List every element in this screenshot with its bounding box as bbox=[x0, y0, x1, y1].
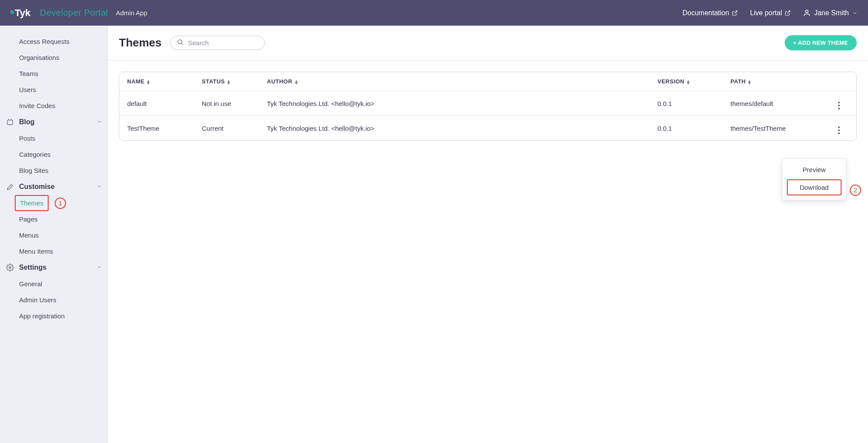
cell-status: Not in use bbox=[194, 91, 259, 116]
cell-path: themes/default bbox=[723, 91, 830, 116]
sidebar-group-settings-label: Settings bbox=[19, 264, 46, 271]
admin-app-label: Admin App bbox=[116, 9, 148, 17]
live-portal-link[interactable]: Live portal bbox=[750, 9, 791, 17]
sidebar-group-customise-label: Customise bbox=[19, 183, 55, 191]
user-name: Jane Smith bbox=[814, 9, 849, 17]
user-menu[interactable]: Jane Smith bbox=[803, 9, 858, 17]
svg-rect-5 bbox=[7, 120, 13, 125]
cell-author: Tyk Technologies Ltd. <hello@tyk.io> bbox=[259, 116, 650, 140]
sidebar-item-menus[interactable]: Menus bbox=[0, 227, 107, 243]
sidebar-group-settings[interactable]: Settings bbox=[0, 259, 107, 276]
menu-item-download[interactable]: Download bbox=[787, 179, 842, 195]
page-toolbar: Themes + ADD NEW THEME bbox=[108, 26, 868, 60]
col-header-status[interactable]: STATUS▴▾ bbox=[194, 72, 259, 91]
top-header: Tyk Developer Portal Admin App Documenta… bbox=[0, 0, 868, 26]
col-header-version[interactable]: VERSION▴▾ bbox=[650, 72, 723, 91]
sidebar-item-categories[interactable]: Categories bbox=[0, 146, 107, 162]
cell-path: themes/TestTheme bbox=[723, 116, 830, 140]
svg-line-3 bbox=[787, 10, 790, 13]
svg-point-4 bbox=[806, 10, 808, 13]
sidebar-item-posts[interactable]: Posts bbox=[0, 130, 107, 146]
sidebar-item-teams[interactable]: Teams bbox=[0, 66, 107, 82]
svg-line-8 bbox=[181, 43, 183, 45]
svg-point-6 bbox=[9, 267, 11, 269]
sidebar-item-admin-users[interactable]: Admin Users bbox=[0, 292, 107, 308]
col-header-name[interactable]: NAME▴▾ bbox=[119, 72, 194, 91]
documentation-link-label: Documentation bbox=[683, 9, 730, 17]
cell-version: 0.0.1 bbox=[650, 116, 723, 140]
live-portal-link-label: Live portal bbox=[750, 9, 782, 17]
themes-table-wrap: NAME▴▾ STATUS▴▾ AUTHOR▴▾ VERSION▴▾ PATH▴… bbox=[108, 60, 868, 152]
search-icon bbox=[177, 39, 184, 47]
page-title: Themes bbox=[119, 36, 161, 50]
menu-item-preview[interactable]: Preview bbox=[783, 162, 846, 178]
chevron-down-icon bbox=[97, 264, 102, 271]
cell-name: TestTheme bbox=[119, 116, 194, 140]
search-field[interactable] bbox=[170, 36, 265, 50]
annotation-circle-2: 2 bbox=[850, 185, 861, 196]
sidebar-item-blog-sites[interactable]: Blog Sites bbox=[0, 162, 107, 179]
col-header-author-label: AUTHOR bbox=[267, 78, 293, 85]
chevron-down-icon bbox=[97, 183, 102, 191]
brand-suffix: Developer Portal bbox=[40, 8, 108, 18]
svg-line-2 bbox=[734, 10, 737, 13]
sidebar-group-blog[interactable]: Blog bbox=[0, 114, 107, 130]
user-icon bbox=[803, 9, 811, 17]
gear-icon bbox=[5, 264, 15, 271]
chevron-down-icon bbox=[97, 118, 102, 126]
sidebar-item-themes[interactable]: Themes bbox=[15, 195, 49, 211]
sidebar-item-menu-items[interactable]: Menu Items bbox=[0, 243, 107, 259]
header-right: Documentation Live portal Jane Smith bbox=[683, 9, 858, 17]
table-row: default Not in use Tyk Technologies Ltd.… bbox=[119, 91, 856, 116]
brand-logo[interactable]: Tyk Developer Portal bbox=[10, 7, 108, 19]
sidebar-item-access-requests[interactable]: Access Requests bbox=[0, 33, 107, 50]
search-input[interactable] bbox=[188, 39, 258, 46]
svg-point-7 bbox=[178, 40, 182, 44]
sidebar-item-users[interactable]: Users bbox=[0, 82, 107, 98]
documentation-link[interactable]: Documentation bbox=[683, 9, 738, 17]
sort-icon: ▴▾ bbox=[227, 80, 230, 84]
row-actions-button[interactable] bbox=[838, 126, 840, 134]
external-link-icon bbox=[732, 10, 738, 16]
annotation-circle-1: 1 bbox=[55, 198, 66, 209]
col-header-name-label: NAME bbox=[127, 78, 145, 85]
col-header-author[interactable]: AUTHOR▴▾ bbox=[259, 72, 650, 91]
col-header-actions bbox=[830, 72, 856, 91]
add-new-theme-button[interactable]: + ADD NEW THEME bbox=[785, 35, 857, 50]
sidebar-item-pages[interactable]: Pages bbox=[0, 211, 107, 227]
col-header-path-label: PATH bbox=[730, 78, 746, 85]
row-actions-button[interactable] bbox=[838, 102, 840, 109]
logo-mark-icon: Tyk bbox=[10, 7, 36, 19]
svg-rect-0 bbox=[10, 10, 14, 14]
table-row: TestTheme Current Tyk Technologies Ltd. … bbox=[119, 116, 856, 140]
col-header-path[interactable]: PATH▴▾ bbox=[723, 72, 830, 91]
cell-name: default bbox=[119, 91, 194, 116]
chevron-down-icon bbox=[852, 10, 858, 16]
main-content: Themes + ADD NEW THEME NAME▴▾ STATUS▴▾ A… bbox=[108, 26, 868, 443]
sidebar-item-organisations[interactable]: Organisations bbox=[0, 50, 107, 66]
brush-icon bbox=[5, 183, 15, 191]
sidebar-item-general[interactable]: General bbox=[0, 276, 107, 292]
sidebar-item-invite-codes[interactable]: Invite Codes bbox=[0, 98, 107, 114]
col-header-status-label: STATUS bbox=[202, 78, 225, 85]
sidebar-item-app-registration[interactable]: App registration bbox=[0, 308, 107, 324]
row-actions-menu: Preview Download bbox=[782, 159, 846, 200]
sort-icon: ▴▾ bbox=[687, 80, 690, 84]
table-header-row: NAME▴▾ STATUS▴▾ AUTHOR▴▾ VERSION▴▾ PATH▴… bbox=[119, 72, 856, 91]
sort-icon: ▴▾ bbox=[147, 80, 150, 84]
blog-icon bbox=[5, 118, 15, 126]
sort-icon: ▴▾ bbox=[748, 80, 751, 84]
sort-icon: ▴▾ bbox=[295, 80, 298, 84]
cell-status: Current bbox=[194, 116, 259, 140]
cell-version: 0.0.1 bbox=[650, 91, 723, 116]
sidebar-group-blog-label: Blog bbox=[19, 118, 35, 126]
svg-text:Tyk: Tyk bbox=[15, 7, 31, 18]
external-link-icon bbox=[785, 10, 791, 16]
cell-author: Tyk Technologies Ltd. <hello@tyk.io> bbox=[259, 91, 650, 116]
sidebar: Access Requests Organisations Teams User… bbox=[0, 26, 108, 443]
sidebar-group-customise[interactable]: Customise bbox=[0, 179, 107, 195]
col-header-version-label: VERSION bbox=[658, 78, 684, 85]
themes-table: NAME▴▾ STATUS▴▾ AUTHOR▴▾ VERSION▴▾ PATH▴… bbox=[119, 72, 857, 141]
